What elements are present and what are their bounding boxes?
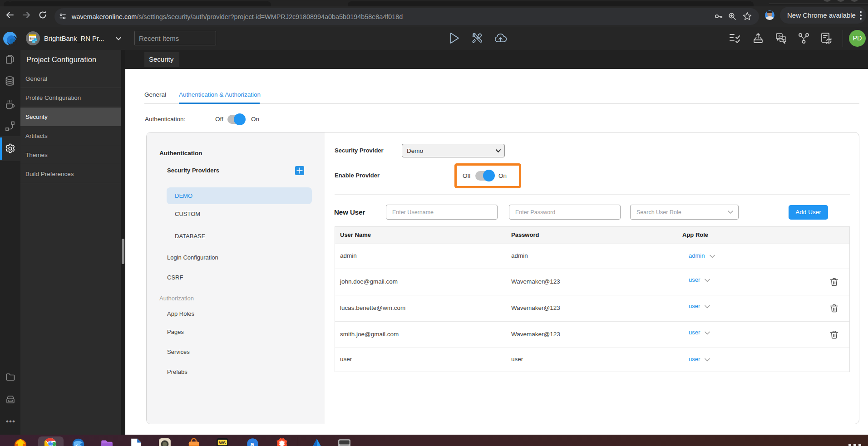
svg-text:WS: WS <box>219 441 226 445</box>
svg-text:LOG: LOG <box>9 400 13 402</box>
svg-text:a: a <box>250 441 254 446</box>
